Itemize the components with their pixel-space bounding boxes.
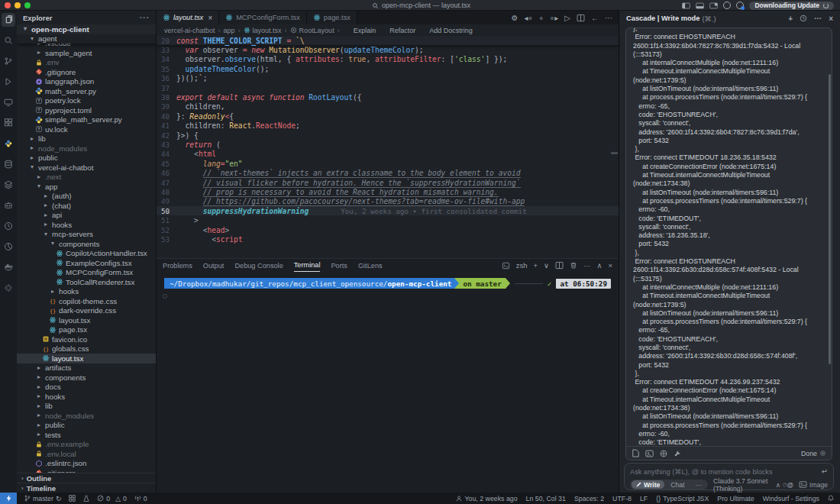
breadcrumb-item-app[interactable]: app [224, 27, 235, 34]
blame-status[interactable]: You, 2 weeks ago [456, 495, 517, 502]
tree-item-public[interactable]: ▸public [17, 421, 156, 431]
wrench-icon[interactable] [674, 450, 681, 457]
panel-tab-ports[interactable]: Ports [331, 259, 347, 272]
close-panel-icon[interactable]: × [608, 261, 612, 270]
mention-icon[interactable]: @ [787, 481, 793, 489]
insert-icon[interactable] [645, 450, 654, 457]
tree-item-components[interactable]: ▾components [17, 239, 156, 249]
breadcrumb-item-layout-tsx[interactable]: layout.tsx [244, 27, 282, 34]
more-actions-icon[interactable]: ··· [583, 261, 591, 270]
new-conversation-icon[interactable]: + [788, 15, 793, 23]
activity-explorer[interactable] [2, 13, 15, 27]
tree-item-artifacts[interactable]: ▸artifacts [17, 363, 156, 373]
tree-item-components[interactable]: ▸components [17, 373, 156, 383]
cursor-position[interactable]: Ln 50, Col 31 [526, 495, 566, 502]
tree-item-api[interactable]: ▸api [17, 211, 156, 221]
tree-item-math-server-py[interactable]: math_server.py [17, 86, 156, 96]
activity-extensions[interactable] [2, 116, 15, 130]
scrollbar-thumb[interactable] [829, 74, 831, 364]
tree-item-favicon-ico[interactable]: favicon.ico [17, 334, 156, 344]
toggle-sidebar-icon[interactable] [682, 2, 690, 9]
new-terminal-icon[interactable]: + [533, 261, 538, 270]
activity-python[interactable] [2, 137, 15, 150]
activity-bot[interactable] [2, 199, 15, 212]
tree-item-toolcallrenderer-tsx[interactable]: ToolCallRenderer.tsx [17, 277, 156, 287]
code-action-add-docstring[interactable]: Add Docstring [429, 27, 473, 34]
activity-run-debug[interactable] [2, 75, 15, 89]
panel-tab-terminal[interactable]: Terminal [294, 259, 321, 272]
run-icon[interactable]: ▷ [564, 14, 570, 22]
breadcrumb-item-vercel-ai-chatbot[interactable]: vercel-ai-chatbot [164, 27, 215, 34]
tree-item-open-mcp-client[interactable]: ▾open-mcp-client [17, 24, 156, 34]
tree-item-node-modules[interactable]: ▸node_modules [17, 144, 156, 153]
panel-tab-debug-console[interactable]: Debug Console [234, 259, 283, 272]
change-dot-icon[interactable]: ∘ [539, 14, 544, 22]
zoom-window-button[interactable] [24, 2, 31, 8]
prev-change-icon[interactable]: ◂∘ [524, 14, 532, 22]
close-panel-icon[interactable]: × [829, 15, 833, 23]
tree-item--gitignore[interactable]: .gitignore [17, 67, 156, 77]
ports-status[interactable]: 0 [134, 495, 147, 502]
tree-item--env-local[interactable]: .env.local [17, 449, 156, 459]
tree-item-public[interactable]: ▸public [17, 153, 156, 163]
indentation-status[interactable]: Spaces: 2 [574, 495, 604, 502]
done-status[interactable]: Done [801, 450, 825, 457]
more-actions-icon[interactable]: ··· [605, 14, 612, 22]
split-terminal-icon[interactable] [555, 261, 564, 270]
activity-database[interactable] [2, 157, 15, 171]
tree-item-docs[interactable]: ▸docs [17, 383, 156, 393]
downloading-update-pill[interactable]: Downloading Update [749, 2, 834, 10]
tree-item--env-example[interactable]: .env.example [17, 440, 156, 450]
command-center-search[interactable]: open-mcp-client — layout.tsx [372, 1, 470, 10]
mode-more-button[interactable]: ··· [691, 480, 707, 489]
tree-item-hooks[interactable]: ▸hooks [17, 220, 156, 230]
kill-terminal-icon[interactable] [570, 261, 577, 270]
tree-item-sample-agent[interactable]: ▸sample_agent [17, 48, 156, 58]
toggle-panel-icon[interactable] [696, 2, 704, 9]
tree-item--next[interactable]: ▸.next [17, 173, 156, 183]
activity-plugin[interactable] [2, 281, 15, 295]
tree-item-app[interactable]: ▾app [17, 182, 156, 192]
tree-item-hooks[interactable]: ▸hooks [17, 392, 156, 402]
tab-mcpconfigform-tsx[interactable]: MCPConfigForm.tsx [219, 11, 307, 24]
tree-item-copilot-theme-css[interactable]: {}copilot-theme.css [17, 296, 156, 306]
tree-item-exampleconfigs-tsx[interactable]: ExampleConfigs.tsx [17, 258, 156, 268]
tree-item--env[interactable]: .env [17, 58, 156, 68]
tree-item--chat-[interactable]: ▸(chat) [17, 201, 156, 211]
write-mode-button[interactable]: Write [632, 480, 664, 489]
tab-page-tsx[interactable]: page.tsx [307, 11, 357, 24]
tree-item--auth-[interactable]: ▸(auth) [17, 192, 156, 202]
code-editor[interactable]: 20const THEME_COLOR_SCRIPT = `\33 var ob… [157, 36, 619, 244]
tree-item-node-modules[interactable]: ▸node_modules [17, 411, 156, 421]
sidebar-section-outline[interactable]: ›Outline [17, 473, 156, 483]
problems-status[interactable]: 0 △ 0 [97, 495, 127, 502]
tree-item-globals-css[interactable]: {}globals.css [17, 344, 156, 354]
tree-item-hooks[interactable]: ▸hooks [17, 287, 156, 297]
maximize-panel-icon[interactable]: ∧ [596, 261, 602, 270]
tree-item-vercel-ai-chatbot[interactable]: ▾vercel-ai-chatbot [17, 163, 156, 173]
panel-tab-gitlens[interactable]: GitLens [358, 259, 383, 272]
tree-item-simple-math-server-py[interactable]: simple_math_server.py [17, 115, 156, 125]
model-selector[interactable]: Claude 3.7 Sonnet (Thinking) ∧ ? [713, 477, 787, 493]
tab-layout-tsx[interactable]: layout.tsx× [157, 11, 219, 24]
activity-source-control[interactable] [2, 54, 15, 68]
explorer-more-actions[interactable]: ··· [140, 14, 150, 22]
prompt-cursor-line[interactable]: ○ [163, 292, 619, 299]
tree-item--eslintrc-json[interactable]: .eslintrc.json [17, 459, 156, 469]
tree-item-mcp-servers[interactable]: ▾mcp-servers [17, 230, 156, 240]
activity-layers[interactable] [2, 178, 15, 192]
flask-icon[interactable] [83, 495, 89, 502]
minimize-window-button[interactable] [15, 2, 21, 8]
split-editor-icon[interactable] [577, 14, 585, 22]
sidebar-section-timeline[interactable]: ›Timeline [17, 483, 156, 493]
image-attach-button[interactable]: Image [799, 481, 828, 489]
copilot-icon[interactable] [723, 2, 731, 9]
tree-item-uv-lock[interactable]: uv.lock [17, 124, 156, 134]
git-branch-status[interactable]: master ↻ [24, 495, 61, 502]
windsurf-settings[interactable]: Windsurf - Settings [763, 495, 819, 502]
layout-status-icon[interactable] [69, 495, 76, 502]
panel-tab-problems[interactable]: Problems [163, 259, 192, 272]
tree-item-pyproject-toml[interactable]: pyproject.toml [17, 105, 156, 115]
tree-item-lib[interactable]: ▸lib [17, 402, 156, 412]
tree-item-layout-tsx[interactable]: layout.tsx [17, 315, 156, 325]
